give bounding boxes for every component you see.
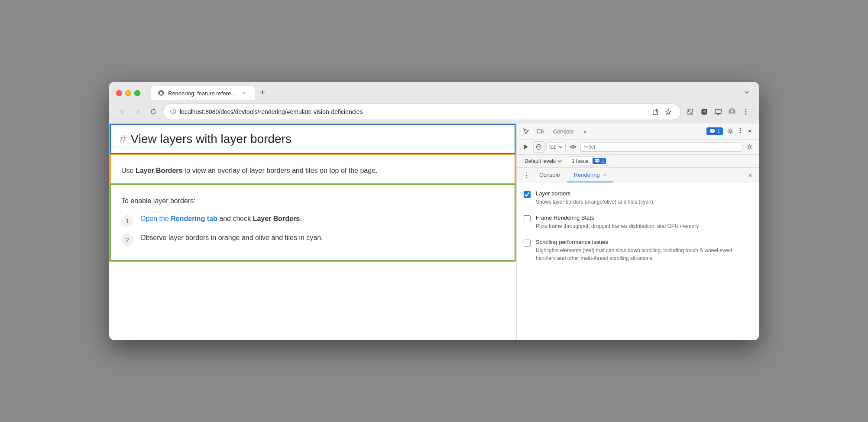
more-menu-button[interactable] [740, 106, 752, 118]
rendering-tab-link[interactable]: Open the Rendering tab [140, 215, 217, 222]
inspect-element-button[interactable] [520, 125, 532, 137]
three-dots-icon [739, 127, 741, 133]
frame-rendering-description: Plots frame throughput, dropped frames d… [536, 222, 752, 230]
extensions-button[interactable] [684, 106, 696, 118]
share-icon [652, 109, 658, 115]
scrolling-performance-description: Highlights elements (teal) that can slow… [536, 247, 752, 262]
tab-rendering[interactable]: Rendering × [567, 168, 613, 182]
close-traffic-light[interactable] [116, 90, 122, 96]
chrome-favicon [158, 90, 165, 97]
forward-button[interactable] [132, 106, 144, 118]
device-emulation-button[interactable] [534, 125, 546, 137]
frame-rendering-title: Frame Rendering Stats [536, 214, 752, 221]
devtools-panel: Console » 💬 1 [516, 123, 759, 340]
issues-button[interactable]: 1 Issue: 💬 1 [568, 156, 610, 166]
tab-close-button[interactable]: × [241, 90, 248, 97]
rendering-tab-close-button[interactable]: × [603, 172, 606, 178]
step-1-number: 1 [121, 215, 133, 227]
no-entry-icon [536, 144, 542, 150]
play-icon [523, 144, 528, 149]
scrolling-performance-option: Scrolling performance issues Highlights … [524, 239, 752, 262]
layer-borders-option: Layer borders Shows layer borders (orang… [524, 190, 752, 206]
tab-more-button[interactable]: ⋮ [520, 168, 532, 183]
heading-text: View layers with layer borders [131, 132, 291, 146]
cast-button[interactable] [712, 106, 724, 118]
scrolling-performance-content: Scrolling performance issues Highlights … [536, 239, 752, 262]
svg-point-26 [572, 146, 574, 148]
issue-badge-count: 1 [602, 159, 604, 164]
eye-icon [570, 144, 577, 149]
share-button[interactable] [650, 107, 661, 117]
devtools-console-tab-label[interactable]: Console [548, 127, 579, 136]
layer-borders-checkbox[interactable] [524, 191, 531, 198]
issue-badge-icon: 💬 [594, 158, 600, 164]
steps-list: 1 Open the Rendering tab and check Layer… [121, 215, 504, 246]
devtools-toolbar-1: Console » 💬 1 [517, 123, 759, 140]
step-2: 2 Observe layer borders in orange and ol… [121, 234, 504, 246]
context-chevron-icon [558, 145, 563, 149]
browser-toolbar-actions: ⚗ [684, 106, 752, 118]
devtools-more-menu-button[interactable] [738, 126, 743, 137]
frame-rendering-checkbox[interactable] [524, 215, 531, 222]
filter-input[interactable] [580, 142, 742, 152]
frame-rendering-content: Frame Rendering Stats Plots frame throug… [536, 214, 752, 230]
layer-borders-title: Layer borders [536, 190, 752, 197]
device-icon [537, 128, 544, 135]
filter-settings-button[interactable] [744, 141, 755, 153]
chevron-down-icon[interactable] [742, 87, 752, 97]
svg-point-22 [739, 132, 741, 133]
chrome-extension-button[interactable]: ⚗ [698, 106, 710, 118]
devtools-content-area: Layer borders Shows layer borders (orang… [517, 183, 759, 340]
badge-count: 1 [717, 128, 720, 134]
page-heading: # View layers with layer borders [120, 132, 506, 146]
message-count-badge: 💬 1 [706, 127, 723, 135]
layer-borders-content: Layer borders Shows layer borders (orang… [536, 190, 752, 206]
bookmark-button[interactable] [663, 107, 674, 117]
profile-button[interactable] [726, 106, 738, 118]
page-inner: # View layers with layer borders Use Lay… [109, 123, 516, 262]
back-button[interactable] [116, 106, 128, 118]
clear-log-button[interactable] [533, 141, 544, 153]
devtools-settings-button[interactable] [725, 126, 736, 137]
maximize-traffic-light[interactable] [134, 90, 140, 96]
svg-point-4 [173, 110, 174, 110]
step-1: 1 Open the Rendering tab and check Layer… [121, 215, 504, 227]
bookmark-icon [665, 109, 671, 115]
layer-borders-description: Shows layer borders (orange/olive) and t… [536, 198, 752, 206]
issues-badge: 💬 1 [593, 158, 606, 164]
tab-console[interactable]: Console [532, 168, 567, 182]
svg-point-16 [745, 114, 747, 115]
svg-point-20 [739, 128, 741, 129]
reload-button[interactable] [147, 106, 159, 118]
context-selector[interactable]: top [546, 143, 566, 151]
devtools-more-tabs-button[interactable]: » [581, 127, 589, 136]
devtools-tab-bar: ⋮ Console Rendering × × [517, 168, 759, 183]
svg-point-19 [729, 130, 731, 133]
new-tab-button[interactable]: + [256, 86, 269, 98]
active-tab[interactable]: Rendering: feature reference - × [151, 86, 255, 100]
scrolling-performance-checkbox[interactable] [524, 240, 531, 247]
frame-rendering-option: Frame Rendering Stats Plots frame throug… [524, 214, 752, 230]
content-section-orange: Use Layer Borders to view an overlay of … [110, 154, 515, 184]
svg-text:⚗: ⚗ [703, 110, 706, 114]
devtools-close-button[interactable]: × [745, 126, 755, 137]
minimize-traffic-light[interactable] [125, 90, 131, 96]
url-bar[interactable]: localhost:8080/docs/devtools/rendering/#… [163, 104, 681, 120]
svg-marker-6 [666, 109, 671, 114]
main-area: # View layers with layer borders Use Lay… [109, 123, 759, 340]
address-bar: localhost:8080/docs/devtools/rendering/#… [109, 100, 759, 123]
devtools-panel-close-button[interactable]: × [745, 169, 755, 182]
intro-paragraph: Use Layer Borders to view an overlay of … [121, 165, 504, 176]
custom-formatters-button[interactable] [567, 141, 579, 153]
svg-point-2 [160, 92, 162, 94]
svg-rect-17 [537, 130, 541, 133]
rendering-tab-label: Rendering [574, 172, 600, 178]
reload-icon [150, 108, 157, 115]
issues-label: 1 Issue: [572, 158, 590, 164]
enable-text: To enable layer borders: [121, 195, 504, 207]
log-levels-button[interactable]: Default levels [522, 157, 564, 165]
hash-symbol: # [120, 132, 126, 146]
three-dots-vertical-icon [745, 108, 747, 115]
execute-button[interactable] [520, 141, 531, 153]
tab-title: Rendering: feature reference - [168, 90, 237, 97]
